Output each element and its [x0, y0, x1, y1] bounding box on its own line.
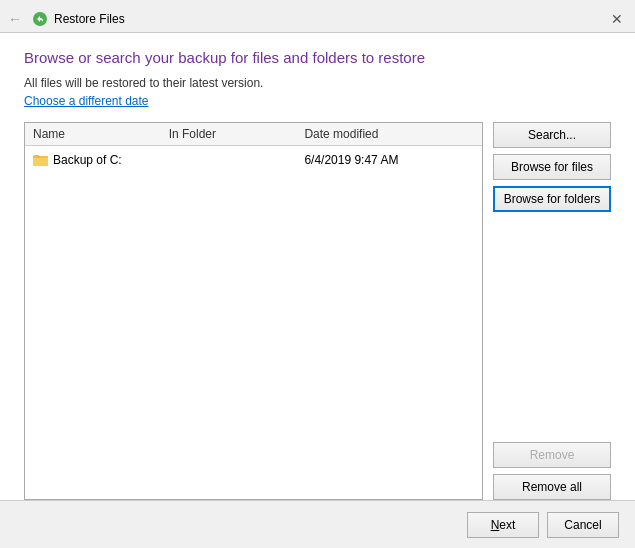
- back-button[interactable]: ←: [8, 11, 22, 27]
- table-body: Backup of C: 6/4/2019 9:47 AM: [25, 146, 482, 499]
- choose-date-link[interactable]: Choose a different date: [24, 94, 611, 108]
- svg-rect-3: [33, 158, 48, 166]
- app-icon: [32, 11, 48, 27]
- remove-all-button[interactable]: Remove all: [493, 474, 611, 500]
- remove-button[interactable]: Remove: [493, 442, 611, 468]
- footer: Next Cancel: [0, 500, 635, 548]
- file-name: Backup of C:: [53, 153, 122, 167]
- title-bar: ← Restore Files ✕: [0, 0, 635, 32]
- info-text: All files will be restored to their late…: [24, 76, 611, 90]
- search-button[interactable]: Search...: [493, 122, 611, 148]
- window-title: Restore Files: [54, 12, 125, 26]
- next-button[interactable]: Next: [467, 512, 539, 538]
- browse-folders-button[interactable]: Browse for folders: [493, 186, 611, 212]
- col-folder-header: In Folder: [169, 127, 305, 141]
- folder-icon: [33, 153, 49, 167]
- content-area: Name In Folder Date modified Backup of: [24, 122, 611, 500]
- file-table: Name In Folder Date modified Backup of: [24, 122, 483, 500]
- main-content: Browse or search your backup for files a…: [0, 32, 635, 500]
- table-row[interactable]: Backup of C: 6/4/2019 9:47 AM: [25, 150, 482, 170]
- col-name-header: Name: [33, 127, 169, 141]
- close-button[interactable]: ✕: [607, 9, 627, 29]
- cancel-button[interactable]: Cancel: [547, 512, 619, 538]
- next-label: Next: [491, 518, 516, 532]
- cell-name: Backup of C:: [33, 153, 169, 167]
- col-date-header: Date modified: [304, 127, 474, 141]
- cell-date: 6/4/2019 9:47 AM: [304, 153, 474, 167]
- right-buttons: Search... Browse for files Browse for fo…: [493, 122, 611, 500]
- browse-files-button[interactable]: Browse for files: [493, 154, 611, 180]
- page-heading: Browse or search your backup for files a…: [24, 49, 611, 66]
- table-header: Name In Folder Date modified: [25, 123, 482, 146]
